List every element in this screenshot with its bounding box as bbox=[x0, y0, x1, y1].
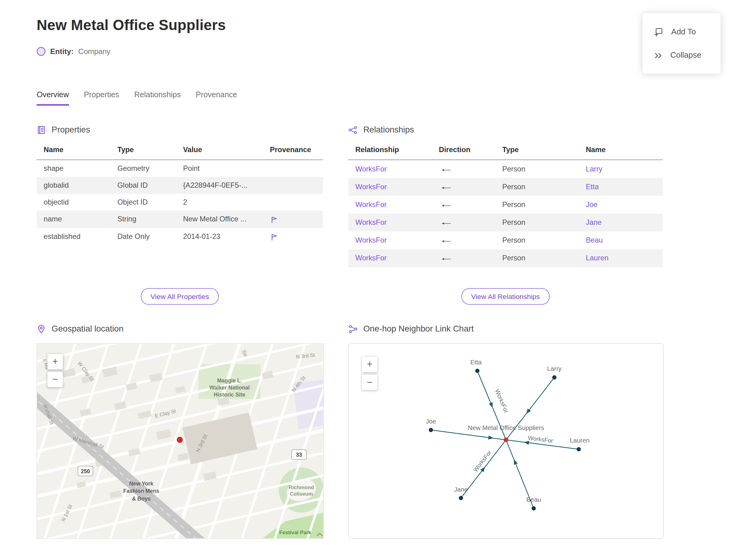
tab-bar: Overview Properties Relationships Proven… bbox=[36, 90, 237, 106]
link-chart-canvas[interactable]: + − WorksFor WorksFor WorksFor bbox=[348, 343, 664, 539]
map-image: k Rd W Clay St arshall St W Marshall St … bbox=[37, 343, 324, 538]
relationships-header-row: Relationship Direction Type Name bbox=[348, 141, 663, 160]
property-value: New Metal Office ... bbox=[176, 211, 263, 228]
property-type: Object ID bbox=[110, 194, 176, 211]
tab-overview[interactable]: Overview bbox=[36, 90, 69, 106]
route-shield-250: 250 bbox=[78, 466, 93, 476]
view-all-relationships-button[interactable]: View All Relationships bbox=[461, 288, 550, 305]
entity-link[interactable]: Etta bbox=[586, 182, 599, 190]
link-chart-section-title: One-hop Neighbor Link Chart bbox=[363, 324, 474, 334]
entity-overview-page: New Metal Office Suppliers Entity: Compa… bbox=[0, 0, 736, 560]
node-label: Larry bbox=[547, 365, 562, 372]
relationship-link[interactable]: WorksFor bbox=[355, 182, 387, 190]
poi-label: Walker National bbox=[209, 385, 250, 391]
property-value: {A228944F-0EF5-... bbox=[176, 177, 263, 194]
provenance-flag-icon[interactable] bbox=[270, 215, 278, 224]
provenance-flag-icon[interactable] bbox=[270, 233, 278, 241]
map-zoom-in-button[interactable]: + bbox=[48, 354, 63, 370]
column-header: Type bbox=[495, 141, 579, 160]
relationship-link[interactable]: WorksFor bbox=[355, 201, 387, 209]
graph-node-labels: Etta Larry Joe Lauren Jane Beau New Meta… bbox=[426, 359, 589, 503]
poi-label: Historic Site bbox=[214, 392, 245, 398]
property-name: globalid bbox=[36, 177, 110, 194]
chart-zoom-in-button[interactable]: + bbox=[362, 357, 378, 372]
map-pin-icon bbox=[36, 324, 46, 334]
link-chart-section-header: One-hop Neighbor Link Chart bbox=[348, 324, 474, 334]
poi-label: Coliseum bbox=[290, 491, 313, 497]
direction-arrow-left: ← bbox=[439, 200, 454, 209]
relationship-link[interactable]: WorksFor bbox=[355, 218, 387, 226]
properties-section-header: Properties bbox=[36, 125, 323, 135]
relationship-link[interactable]: WorksFor bbox=[355, 236, 387, 244]
property-type: Global ID bbox=[110, 177, 176, 194]
table-row: WorksFor ← Person Lauren bbox=[348, 249, 663, 267]
direction-arrow-left: ← bbox=[439, 236, 454, 245]
collapse-label: Collapse bbox=[670, 51, 701, 60]
column-header: Relationship bbox=[348, 141, 432, 160]
node-label: Lauren bbox=[570, 437, 589, 444]
direction-arrow-left: ← bbox=[439, 182, 454, 192]
actions-panel: Add To Collapse bbox=[642, 13, 720, 74]
direction-arrow-left: ← bbox=[439, 218, 454, 227]
property-provenance bbox=[263, 194, 323, 211]
route-shield-33: 33 bbox=[292, 450, 307, 459]
tab-properties[interactable]: Properties bbox=[84, 90, 119, 106]
geospatial-section-title: Geospatial location bbox=[52, 324, 123, 334]
column-header: Direction bbox=[432, 141, 495, 160]
graph-node-lauren[interactable] bbox=[577, 447, 581, 451]
shield-label: 250 bbox=[81, 468, 90, 474]
relationship-type: Person bbox=[495, 213, 579, 231]
node-label: Beau bbox=[526, 496, 541, 503]
property-name: name bbox=[36, 211, 110, 228]
relationships-section-title: Relationships bbox=[363, 125, 414, 135]
property-provenance bbox=[263, 160, 323, 177]
table-row: WorksFor ← Person Joe bbox=[348, 196, 663, 213]
property-type: Geometry bbox=[110, 160, 176, 177]
poi-label: Festival Park bbox=[279, 530, 311, 535]
entity-link[interactable]: Joe bbox=[586, 201, 597, 209]
add-to-button[interactable]: Add To bbox=[642, 20, 720, 44]
poi-label: Fashion Mens bbox=[123, 488, 159, 494]
property-type: String bbox=[110, 211, 176, 228]
map-zoom-out-button[interactable]: − bbox=[48, 372, 63, 387]
map-canvas[interactable]: + − bbox=[36, 343, 324, 539]
property-value: Point bbox=[176, 160, 263, 177]
property-name: objectid bbox=[36, 194, 110, 211]
relationship-type: Person bbox=[495, 178, 579, 196]
column-header: Type bbox=[110, 141, 176, 160]
property-name: established bbox=[36, 228, 110, 245]
view-all-properties-button[interactable]: View All Properties bbox=[141, 288, 219, 305]
entity-link[interactable]: Larry bbox=[586, 165, 602, 173]
graph-node-jane[interactable] bbox=[459, 496, 463, 500]
chart-zoom-out-button[interactable]: − bbox=[362, 374, 378, 390]
table-row: shape Geometry Point bbox=[36, 160, 323, 177]
shield-label: 33 bbox=[296, 452, 302, 458]
entity-type-icon bbox=[36, 47, 45, 56]
entity-type-row: Entity: Company bbox=[36, 47, 110, 56]
graph-node-larry[interactable] bbox=[552, 375, 557, 380]
entity-link[interactable]: Lauren bbox=[586, 254, 608, 262]
table-row: WorksFor ← Person Jane bbox=[348, 213, 663, 231]
graph-node-joe[interactable] bbox=[429, 428, 433, 432]
graph-node-etta[interactable] bbox=[475, 369, 480, 373]
entity-link[interactable]: Jane bbox=[586, 218, 601, 226]
property-name: shape bbox=[36, 160, 110, 177]
node-label: Joe bbox=[426, 418, 436, 425]
tab-provenance[interactable]: Provenance bbox=[196, 90, 237, 106]
column-header: Provenance bbox=[263, 141, 323, 160]
collapse-icon bbox=[654, 52, 663, 59]
column-header: Name bbox=[579, 141, 663, 160]
relationship-link[interactable]: WorksFor bbox=[355, 165, 387, 173]
poi-label: Maggie L. bbox=[217, 378, 242, 384]
location-marker[interactable] bbox=[177, 437, 182, 443]
tab-relationships[interactable]: Relationships bbox=[134, 90, 181, 106]
properties-icon bbox=[36, 125, 46, 135]
relationship-link[interactable]: WorksFor bbox=[355, 254, 387, 262]
graph-node-center[interactable] bbox=[504, 438, 508, 442]
entity-link[interactable]: Beau bbox=[586, 236, 603, 244]
table-row: WorksFor ← Person Etta bbox=[348, 178, 663, 196]
table-row: name String New Metal Office ... bbox=[36, 211, 323, 228]
collapse-button[interactable]: Collapse bbox=[642, 44, 720, 67]
properties-table: Name Type Value Provenance shape Geometr… bbox=[36, 141, 323, 245]
graph-node-beau[interactable] bbox=[531, 506, 536, 511]
